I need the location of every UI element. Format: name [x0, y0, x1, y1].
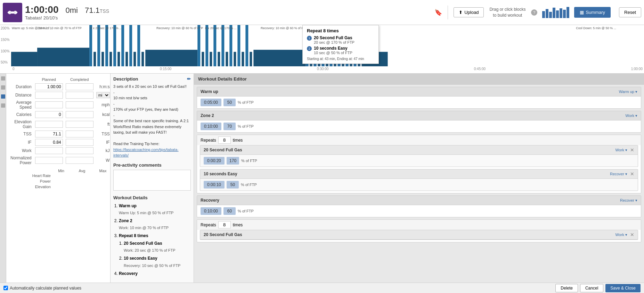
description-section-title: Description ✏: [113, 76, 191, 82]
description-link[interactable]: https://fascatcoaching.com/tips/tabata-i…: [113, 148, 179, 158]
work-planned-input[interactable]: [35, 147, 63, 154]
svg-rect-26: [213, 25, 216, 66]
svg-rect-9: [97, 25, 100, 66]
editor-easy-section: 10 seconds Easy Recover ▾ ✕ 0:00:10 50 %…: [200, 169, 638, 191]
stat-row-duration: Duration h:m:s: [9, 83, 111, 91]
side-nav-icon-1[interactable]: [1, 76, 5, 81]
tooltip-item-1-title: 20 Second Full Gas: [314, 35, 354, 40]
chevron-down-icon-warmup: ▾: [635, 90, 637, 94]
work-completed-input[interactable]: [66, 147, 93, 154]
editor-zone2-title: Zone 2: [201, 113, 214, 118]
stat-label-tss: TSS: [9, 130, 34, 138]
description-panel: Description ✏ 3 sets of 8 x 20 sec on 10…: [111, 74, 194, 283]
elevation-planned-input[interactable]: [35, 121, 63, 128]
chart-tooltip: Repeat 8 times 1 20 Second Full Gas 20 s…: [302, 25, 379, 64]
svg-rect-30: [229, 25, 232, 66]
warmup-time: 0:05:00: [201, 99, 221, 106]
if-completed-input[interactable]: [66, 139, 93, 146]
chevron-down-icon-easy: ▾: [625, 172, 627, 176]
easy-action[interactable]: Recover ▾: [610, 172, 627, 176]
npower-planned-input[interactable]: [35, 157, 63, 164]
duration-planned-input[interactable]: [35, 83, 63, 90]
distance-planned-input[interactable]: [35, 92, 63, 99]
bookmark-icon[interactable]: 🔖: [434, 9, 442, 16]
elevation-completed-input[interactable]: [66, 121, 93, 128]
stat-row-distance: Distance mikm: [9, 91, 111, 99]
warmup-action[interactable]: Warm up ▾: [619, 90, 637, 94]
svg-rect-6: [37, 48, 89, 66]
distance-completed-input[interactable]: [66, 92, 93, 99]
fullgas-close-icon[interactable]: ✕: [630, 147, 634, 153]
svg-rect-29: [226, 52, 228, 66]
easy-close-icon[interactable]: ✕: [630, 171, 634, 177]
pre-activity-textarea[interactable]: [113, 170, 191, 191]
svg-rect-4: [15, 12, 17, 13]
min-avg-max-elev: Elevation ft: [9, 184, 107, 190]
fullgas-row: 0:00:20 170 % of FTP: [200, 155, 638, 167]
header-tss: 71.1TSS: [85, 6, 109, 15]
svg-rect-20: [141, 52, 144, 66]
repeats-label: Repeats: [201, 138, 216, 143]
npower-completed-input[interactable]: [66, 157, 93, 164]
editor-repeat-block-2: Repeats times 20 Second Full Gas Work ▾ …: [197, 219, 641, 242]
header-duration: 1:00:00: [25, 4, 59, 15]
editor-recovery-title: Recovery: [201, 198, 219, 203]
svg-rect-15: [121, 25, 124, 66]
recovery-action-label: Recover: [620, 198, 634, 202]
side-nav: [0, 74, 6, 283]
description-edit-icon[interactable]: ✏: [187, 76, 191, 82]
help-icon[interactable]: ?: [531, 9, 537, 16]
editor-fullgas2-title: 20 Second Full Gas: [204, 232, 242, 237]
side-nav-icon-2[interactable]: [1, 85, 5, 90]
stat-row-calories: Calories kcal: [9, 110, 111, 119]
header-workout-info: 1:00:00 0mi 71.1TSS Tabatas! 20/10's: [25, 4, 432, 20]
svg-rect-33: [242, 52, 244, 66]
svg-rect-24: [205, 25, 208, 66]
svg-rect-19: [137, 25, 140, 66]
side-nav-icon-3[interactable]: [1, 94, 5, 99]
side-nav-icon-4[interactable]: [1, 103, 5, 108]
repeats-input[interactable]: [218, 136, 231, 144]
avgspeed-completed-input[interactable]: [66, 101, 93, 108]
pre-activity-section: Pre-activity comments: [113, 162, 191, 192]
tss-planned-input[interactable]: [35, 131, 63, 137]
repeats-input-2[interactable]: [218, 221, 231, 228]
recovery-action[interactable]: Recover ▾: [620, 198, 637, 203]
workout-details-section: Workout Details Warm up Warm Up: 5 min @…: [113, 195, 191, 278]
stat-label-npower: Normalized Power: [9, 155, 34, 166]
fullgas-action[interactable]: Work ▾: [616, 148, 627, 152]
chevron-down-icon-fullgas: ▾: [625, 148, 627, 152]
summary-button[interactable]: ▦ Summary: [574, 7, 611, 18]
chart-label-recovery1: Recovery: 10 min @ 60 % of FTP: [156, 26, 203, 30]
min-avg-max-section: Min Avg Max Heart Rate bpm Power W Elev: [9, 169, 107, 190]
stat-label-avgspeed: Average Speed: [9, 99, 34, 110]
svg-rect-23: [202, 52, 204, 66]
stat-label-work: Work: [9, 146, 34, 155]
reset-button[interactable]: Reset: [619, 7, 641, 17]
tooltip-item-2-title: 10 seconds Easy: [314, 46, 352, 51]
fullgas2-action[interactable]: Work ▾: [616, 233, 627, 237]
editor-warmup-header: Warm up Warm up ▾: [197, 87, 641, 97]
fullgas2-close-icon[interactable]: ✕: [630, 232, 634, 237]
svg-rect-34: [245, 25, 248, 66]
avgspeed-planned-input[interactable]: [35, 101, 63, 108]
workout-detail-fullgas: 20 Second Full Gas Work: 20 sec @ 170 % …: [124, 240, 191, 254]
zone2-action-label: Work: [626, 114, 634, 118]
chart-x-axis: 0 0:15:00 0:30:00 0:45:00 1:00:00: [11, 66, 644, 73]
tss-completed-input[interactable]: [66, 131, 93, 137]
times-label-2: times: [233, 223, 243, 227]
svg-rect-3: [8, 12, 10, 13]
duration-completed-input[interactable]: [66, 83, 93, 90]
calories-completed-input[interactable]: [66, 111, 93, 118]
upload-button[interactable]: ⬆ Upload: [454, 7, 484, 17]
if-planned-input[interactable]: [35, 139, 63, 146]
calories-planned-input[interactable]: [35, 111, 63, 118]
editor-fullgas-header: 20 Second Full Gas Work ▾ ✕: [200, 145, 638, 155]
editor-easy-title: 10 seconds Easy: [204, 171, 237, 176]
svg-rect-12: [109, 52, 112, 66]
distance-unit-select[interactable]: mikm: [96, 92, 110, 98]
zone2-action[interactable]: Work ▾: [626, 114, 637, 118]
workout-detail-easy: 10 seconds Easy Recovery: 10 sec @ 50 % …: [124, 255, 191, 269]
repeats-row-2: Repeats times: [197, 220, 641, 230]
stats-table: Planned Completed Duration h:m:s Distanc…: [9, 76, 111, 166]
